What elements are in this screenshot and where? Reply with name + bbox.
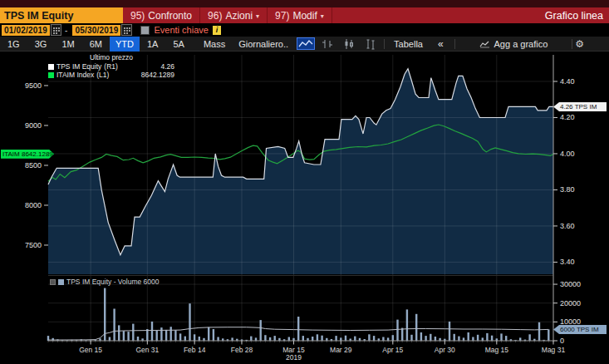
line-chart-icon xyxy=(298,39,313,48)
svg-text:10000: 10000 xyxy=(560,317,581,326)
legend-row-tps: TPS IM Equity (R1) 4.26 xyxy=(48,62,174,71)
add-to-chart-button[interactable]: Agg a grafico xyxy=(458,37,570,52)
legend-series-name: ITAIM Index xyxy=(56,71,94,79)
ohlc-chart-type-button[interactable] xyxy=(318,37,336,50)
svg-text:Gen 15: Gen 15 xyxy=(79,346,102,354)
legend-header: Ultimo prezzo xyxy=(48,53,174,61)
candlestick-chart-icon xyxy=(343,38,355,50)
svg-text:2019: 2019 xyxy=(286,353,302,362)
dropdown-arrow-icon: ▾ xyxy=(256,12,259,20)
price-area-fill xyxy=(48,69,553,274)
start-date-input[interactable]: 01/02/2019 xyxy=(2,25,50,36)
eventi-chiave-checkbox[interactable] xyxy=(140,26,150,35)
add-to-chart-icon xyxy=(479,40,490,48)
menu-azioni[interactable]: 96)Azioni▾ xyxy=(200,7,268,23)
chart-toolbar: 1G3G1M6MYTD1A5A Mass Giornaliero.. xyxy=(0,37,609,52)
svg-text:3.80: 3.80 xyxy=(560,185,575,194)
mass-button[interactable]: Mass xyxy=(197,37,232,52)
x-axis-labels: Gen 15Gen 31Feb 14Feb 28Mar 152019Mar 29… xyxy=(48,341,565,362)
period-button-1a[interactable]: 1A xyxy=(140,37,165,52)
chart-mode-label: Grafico linea xyxy=(545,7,609,23)
svg-text:Apr 15: Apr 15 xyxy=(382,346,403,354)
add-to-chart-label: Agg a grafico xyxy=(494,39,548,49)
svg-text:9000: 9000 xyxy=(25,121,42,130)
period-button-1g[interactable]: 1G xyxy=(0,37,27,52)
price-legend: Ultimo prezzo TPS IM Equity (R1) 4.26 IT… xyxy=(48,53,174,79)
end-date-input[interactable]: 05/30/2019 xyxy=(72,25,120,36)
svg-text:Gen 31: Gen 31 xyxy=(135,346,159,354)
menu-bar: TPS IM Equity 95)Confronto96)Azioni▾97)M… xyxy=(0,7,609,23)
menu-modif[interactable]: 97)Modif▾ xyxy=(268,7,332,23)
legend-series-value: 4.26 xyxy=(160,62,174,71)
volume-legend: TPS IM Equity - Volume 6000 xyxy=(50,278,160,286)
svg-text:Mar 29: Mar 29 xyxy=(330,346,352,354)
svg-text:Mag 15: Mag 15 xyxy=(485,346,509,354)
hilo-chart-icon xyxy=(365,38,376,50)
svg-text:8000: 8000 xyxy=(25,201,42,209)
hilo-chart-type-button[interactable] xyxy=(361,37,380,50)
period-button-ytd[interactable]: YTD xyxy=(110,37,140,52)
svg-text:4.00: 4.00 xyxy=(560,150,575,158)
window-top-strip xyxy=(0,0,609,7)
toolbar-separator xyxy=(454,39,455,49)
line-chart-type-button[interactable] xyxy=(297,37,315,50)
price-volume-chart[interactable]: 4.404.204.003.803.603.409500900085008000… xyxy=(0,52,609,364)
menu-items: 95)Confronto96)Azioni▾97)Modif▾ xyxy=(123,7,332,23)
calendar-icon[interactable] xyxy=(121,24,132,36)
info-badge-icon[interactable]: i xyxy=(213,26,221,35)
volume-last-value-tag: 6000 TPS IM xyxy=(553,325,607,334)
svg-text:8500: 8500 xyxy=(25,161,42,170)
left-axis-labels: 95009000850080007500 xyxy=(25,81,48,249)
bloomberg-chart-window: TPS IM Equity 95)Confronto96)Azioni▾97)M… xyxy=(0,0,609,364)
period-button-5a[interactable]: 5A xyxy=(165,37,191,52)
legend-series-name: TPS IM Equity xyxy=(56,62,101,71)
date-range-row: 01/02/2019 - 05/30/2019 Eventi chiave i xyxy=(0,23,609,37)
period-button-group: 1G3G1M6MYTD1A5A xyxy=(0,37,192,52)
svg-text:0: 0 xyxy=(560,337,564,345)
period-button-6m[interactable]: 6M xyxy=(82,37,110,52)
svg-text:Feb 14: Feb 14 xyxy=(184,346,206,354)
collapse-panel-button[interactable]: « xyxy=(430,38,452,50)
legend-series-value: 8642.1289 xyxy=(141,71,174,79)
svg-text:4.40: 4.40 xyxy=(560,77,575,86)
toolbar-separator xyxy=(384,39,385,49)
svg-text:Apr 30: Apr 30 xyxy=(435,346,455,354)
candlestick-chart-type-button[interactable] xyxy=(340,37,358,50)
legend-row-itaim: ITAIM Index (L1) 8642.1289 xyxy=(48,71,174,79)
volume-swatch-icon xyxy=(58,279,64,285)
tps-last-value-tag: 4.26 TPS IM xyxy=(553,102,607,111)
svg-text:3.40: 3.40 xyxy=(560,258,575,266)
frequency-button[interactable]: Giornaliero.. xyxy=(232,37,295,52)
itaim-last-value-tag: ITAIM 8642.1289 xyxy=(1,150,54,159)
dropdown-arrow-icon: ▾ xyxy=(321,12,324,20)
ohlc-chart-icon xyxy=(322,38,333,50)
ticker-field[interactable]: TPS IM Equity xyxy=(0,7,123,23)
period-button-3g[interactable]: 3G xyxy=(27,37,55,52)
tps-series-swatch-icon xyxy=(48,64,54,70)
volume-axis-labels: 3000020000100000 xyxy=(553,280,581,345)
menu-confronto[interactable]: 95)Confronto xyxy=(123,7,200,23)
calendar-icon[interactable] xyxy=(51,24,61,36)
svg-text:30000: 30000 xyxy=(560,280,581,288)
itaim-series-swatch-icon xyxy=(48,72,54,78)
chart-area[interactable]: 4.404.204.003.803.603.409500900085008000… xyxy=(0,52,609,364)
toolbar-separator xyxy=(572,39,572,49)
volume-legend-label: TPS IM Equity - Volume 6000 xyxy=(66,278,160,286)
legend-series-axis: (R1) xyxy=(104,62,118,71)
legend-series-axis: (L1) xyxy=(96,71,109,79)
svg-text:4.20: 4.20 xyxy=(560,113,575,121)
legend-expand-icon[interactable] xyxy=(50,279,56,285)
volume-bars xyxy=(47,288,550,341)
date-range-separator: - xyxy=(65,26,67,35)
eventi-chiave-label: Eventi chiave xyxy=(154,25,208,35)
period-button-1m[interactable]: 1M xyxy=(54,37,81,52)
svg-text:20000: 20000 xyxy=(560,299,581,307)
svg-text:Feb 28: Feb 28 xyxy=(231,346,253,354)
svg-text:3.60: 3.60 xyxy=(560,222,575,230)
svg-text:Mag 31: Mag 31 xyxy=(542,346,566,354)
tabella-button[interactable]: Tabella xyxy=(387,37,430,52)
settings-gear-icon[interactable]: ⚙ xyxy=(575,38,584,50)
svg-text:7500: 7500 xyxy=(25,241,42,249)
svg-text:9500: 9500 xyxy=(25,81,42,90)
